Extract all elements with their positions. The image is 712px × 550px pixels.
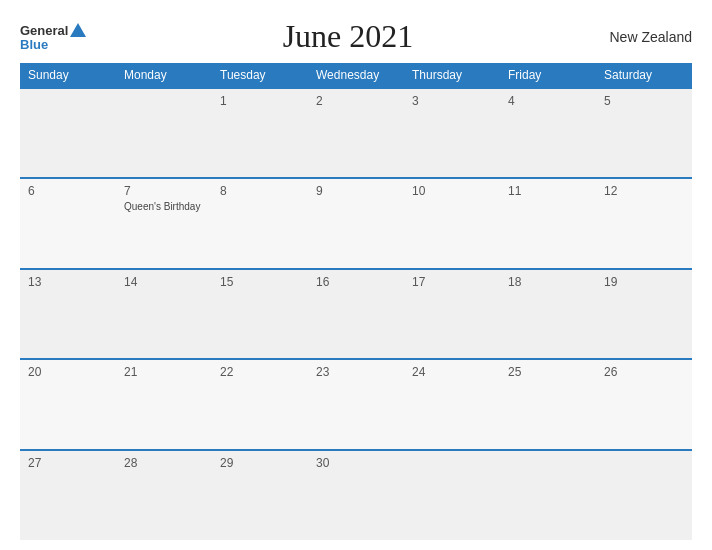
day-number: 12 <box>604 184 684 198</box>
logo-row1: General <box>20 23 86 38</box>
day-number: 17 <box>412 275 492 289</box>
day-number: 20 <box>28 365 108 379</box>
event-label: Queen's Birthday <box>124 201 204 212</box>
calendar-cell: 24 <box>404 359 500 449</box>
col-friday: Friday <box>500 63 596 88</box>
logo-general-text: General <box>20 24 68 37</box>
calendar-cell: 8 <box>212 178 308 268</box>
day-number: 16 <box>316 275 396 289</box>
calendar-cell: 19 <box>596 269 692 359</box>
day-number: 9 <box>316 184 396 198</box>
calendar-cell: 6 <box>20 178 116 268</box>
day-number: 5 <box>604 94 684 108</box>
calendar-cell: 15 <box>212 269 308 359</box>
calendar-cell <box>596 450 692 540</box>
calendar-cell <box>404 450 500 540</box>
day-number: 4 <box>508 94 588 108</box>
calendar-cell: 4 <box>500 88 596 178</box>
calendar-cell: 25 <box>500 359 596 449</box>
day-number: 6 <box>28 184 108 198</box>
day-number: 25 <box>508 365 588 379</box>
day-number: 23 <box>316 365 396 379</box>
calendar-cell: 5 <box>596 88 692 178</box>
calendar-cell: 21 <box>116 359 212 449</box>
calendar-week-row: 67Queen's Birthday89101112 <box>20 178 692 268</box>
weekday-header-row: Sunday Monday Tuesday Wednesday Thursday… <box>20 63 692 88</box>
day-number: 2 <box>316 94 396 108</box>
day-number: 28 <box>124 456 204 470</box>
calendar-cell: 12 <box>596 178 692 268</box>
col-monday: Monday <box>116 63 212 88</box>
day-number: 10 <box>412 184 492 198</box>
calendar-cell: 3 <box>404 88 500 178</box>
col-saturday: Saturday <box>596 63 692 88</box>
calendar-cell: 1 <box>212 88 308 178</box>
day-number: 13 <box>28 275 108 289</box>
col-wednesday: Wednesday <box>308 63 404 88</box>
calendar-cell <box>500 450 596 540</box>
day-number: 22 <box>220 365 300 379</box>
day-number: 21 <box>124 365 204 379</box>
calendar-cell: 28 <box>116 450 212 540</box>
calendar-header: General Blue June 2021 New Zealand <box>20 18 692 55</box>
day-number: 26 <box>604 365 684 379</box>
day-number: 1 <box>220 94 300 108</box>
col-tuesday: Tuesday <box>212 63 308 88</box>
calendar-cell: 27 <box>20 450 116 540</box>
day-number: 15 <box>220 275 300 289</box>
calendar-week-row: 20212223242526 <box>20 359 692 449</box>
title-area: June 2021 <box>86 18 609 55</box>
calendar-title: June 2021 <box>283 18 414 54</box>
col-sunday: Sunday <box>20 63 116 88</box>
calendar-cell: 29 <box>212 450 308 540</box>
day-number: 11 <box>508 184 588 198</box>
calendar-cell: 7Queen's Birthday <box>116 178 212 268</box>
calendar-cell: 11 <box>500 178 596 268</box>
day-number: 29 <box>220 456 300 470</box>
day-number: 30 <box>316 456 396 470</box>
calendar-cell <box>116 88 212 178</box>
calendar-cell <box>20 88 116 178</box>
day-number: 18 <box>508 275 588 289</box>
col-thursday: Thursday <box>404 63 500 88</box>
logo-text: General Blue <box>20 23 86 51</box>
logo: General Blue <box>20 23 86 51</box>
calendar-cell: 14 <box>116 269 212 359</box>
calendar-cell: 20 <box>20 359 116 449</box>
calendar-cell: 16 <box>308 269 404 359</box>
day-number: 24 <box>412 365 492 379</box>
calendar-cell: 2 <box>308 88 404 178</box>
day-number: 14 <box>124 275 204 289</box>
calendar-cell: 17 <box>404 269 500 359</box>
calendar-table: Sunday Monday Tuesday Wednesday Thursday… <box>20 63 692 540</box>
calendar-cell: 26 <box>596 359 692 449</box>
calendar-week-row: 13141516171819 <box>20 269 692 359</box>
calendar-cell: 23 <box>308 359 404 449</box>
calendar-cell: 18 <box>500 269 596 359</box>
day-number: 8 <box>220 184 300 198</box>
calendar-page: General Blue June 2021 New Zealand Sunda… <box>0 0 712 550</box>
calendar-cell: 9 <box>308 178 404 268</box>
calendar-week-row: 27282930 <box>20 450 692 540</box>
calendar-cell: 13 <box>20 269 116 359</box>
day-number: 19 <box>604 275 684 289</box>
country-label: New Zealand <box>610 29 693 45</box>
calendar-cell: 30 <box>308 450 404 540</box>
calendar-cell: 10 <box>404 178 500 268</box>
calendar-cell: 22 <box>212 359 308 449</box>
calendar-week-row: 12345 <box>20 88 692 178</box>
logo-triangle-icon <box>70 23 86 37</box>
logo-blue-text: Blue <box>20 38 48 51</box>
day-number: 27 <box>28 456 108 470</box>
day-number: 3 <box>412 94 492 108</box>
day-number: 7 <box>124 184 204 198</box>
